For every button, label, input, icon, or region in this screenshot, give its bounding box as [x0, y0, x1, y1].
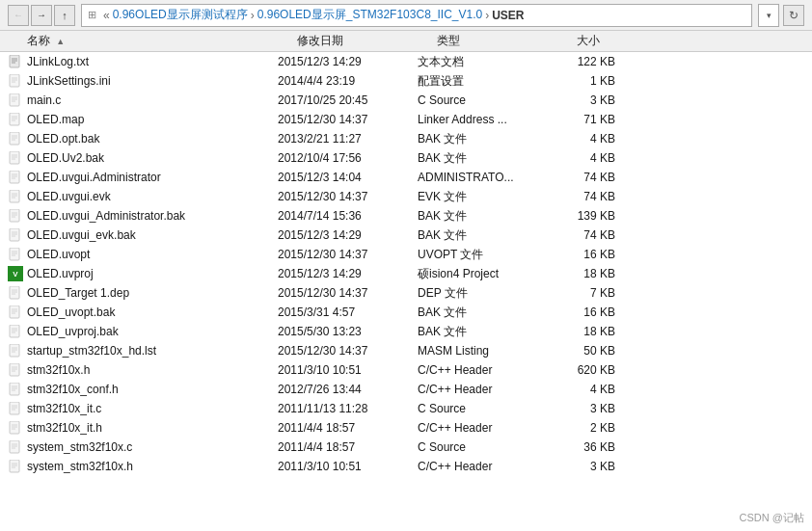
file-size: 620 KB [557, 363, 635, 377]
table-row[interactable]: stm32f10x_it.c2011/11/13 11:28C Source3 … [0, 399, 812, 418]
table-row[interactable]: OLED.opt.bak2013/2/21 11:27BAK 文件4 KB [0, 129, 812, 148]
breadcrumb[interactable]: ⊞ « 0.96OLED显示屏测试程序 › 0.96OLED显示屏_STM32F… [81, 4, 752, 27]
table-row[interactable]: OLED.uvgui.evk2015/12/30 14:37EVK 文件74 K… [0, 187, 812, 206]
svg-rect-24 [10, 171, 19, 183]
file-size: 4 KB [557, 383, 635, 396]
file-type: C Source [418, 402, 557, 415]
svg-rect-48 [10, 305, 19, 318]
breadcrumb-dropdown-button[interactable]: ▾ [758, 4, 779, 27]
svg-rect-8 [10, 93, 19, 106]
file-type: DEP 文件 [418, 285, 557, 302]
table-row[interactable]: OLED.uvgui_Administrator.bak2014/7/14 15… [0, 206, 812, 226]
svg-rect-80 [10, 460, 19, 472]
file-date: 2015/12/30 14:37 [278, 190, 418, 203]
file-date: 2012/10/4 17:56 [278, 151, 418, 165]
back-button[interactable]: ← [8, 5, 29, 26]
table-row[interactable]: JLinkSettings.ini2014/4/4 23:19配置设置1 KB [0, 71, 812, 91]
svg-rect-16 [10, 132, 19, 145]
file-type: C/C++ Header [418, 383, 557, 396]
file-type: Linker Address ... [418, 113, 557, 126]
file-icon [8, 227, 23, 243]
table-row[interactable]: system_stm32f10x.h2011/3/10 10:51C/C++ H… [0, 457, 812, 476]
titlebar: ← → ↑ ⊞ « 0.96OLED显示屏测试程序 › 0.96OLED显示屏_… [0, 0, 812, 31]
svg-rect-56 [10, 344, 19, 357]
file-name: stm32f10x_conf.h [27, 383, 278, 396]
file-type: UVOPT 文件 [418, 247, 557, 263]
file-icon [8, 459, 23, 474]
file-date: 2011/3/10 10:51 [278, 363, 418, 377]
file-name: OLED.Uv2.bak [27, 151, 278, 165]
file-name: stm32f10x.h [27, 363, 278, 377]
file-name: OLED.uvgui.evk [27, 190, 278, 203]
table-row[interactable]: stm32f10x.h2011/3/10 10:51C/C++ Header62… [0, 360, 812, 380]
file-date: 2015/12/3 14:29 [278, 267, 418, 280]
svg-rect-72 [10, 421, 19, 434]
svg-rect-64 [10, 383, 19, 395]
svg-rect-4 [10, 74, 19, 87]
svg-rect-28 [10, 190, 19, 202]
file-icon [8, 343, 23, 358]
col-header-type[interactable]: 类型 [437, 33, 577, 49]
svg-rect-32 [10, 209, 19, 222]
col-header-name[interactable]: 名称 ▲ [27, 33, 297, 49]
file-size: 7 KB [557, 286, 635, 300]
table-row[interactable]: OLED_Target 1.dep2015/12/30 14:37DEP 文件7… [0, 283, 812, 303]
file-date: 2015/12/3 14:04 [278, 171, 418, 184]
file-type: BAK 文件 [418, 324, 557, 340]
file-type: 硕ision4 Project [418, 266, 557, 282]
breadcrumb-part-2[interactable]: 0.96OLED显示屏_STM32F103C8_IIC_V1.0 [257, 7, 482, 23]
file-icon [8, 112, 23, 127]
file-name: system_stm32f10x.c [27, 440, 278, 454]
file-date: 2011/4/4 18:57 [278, 421, 418, 435]
file-type: EVK 文件 [418, 189, 557, 205]
file-list: JLinkLog.txt2015/12/3 14:29文本文档122 KBJLi… [0, 52, 812, 531]
file-type: C Source [418, 440, 557, 454]
file-date: 2015/12/3 14:29 [278, 228, 418, 242]
file-name: OLED.uvopt [27, 248, 278, 261]
file-date: 2015/12/30 14:37 [278, 248, 418, 261]
table-row[interactable]: VOLED.uvproj2015/12/3 14:29硕ision4 Proje… [0, 264, 812, 283]
file-type: BAK 文件 [418, 208, 557, 225]
table-row[interactable]: main.c2017/10/25 20:45C Source3 KB [0, 91, 812, 110]
file-name: OLED.uvgui_Administrator.bak [27, 209, 278, 223]
table-row[interactable]: OLED_uvproj.bak2015/5/30 13:23BAK 文件18 K… [0, 322, 812, 341]
svg-rect-36 [10, 228, 19, 241]
file-type: 配置设置 [418, 73, 557, 90]
table-row[interactable]: OLED.uvgui.Administrator2015/12/3 14:04A… [0, 168, 812, 187]
file-date: 2014/4/4 23:19 [278, 74, 418, 88]
breadcrumb-part-1[interactable]: 0.96OLED显示屏测试程序 [113, 7, 248, 23]
table-row[interactable]: OLED.uvgui_evk.bak2015/12/3 14:29BAK 文件7… [0, 226, 812, 245]
file-size: 3 KB [557, 93, 635, 107]
file-size: 36 KB [557, 440, 635, 454]
up-button[interactable]: ↑ [54, 5, 75, 26]
file-size: 139 KB [557, 209, 635, 223]
table-row[interactable]: OLED.uvopt2015/12/30 14:37UVOPT 文件16 KB [0, 245, 812, 264]
table-row[interactable]: JLinkLog.txt2015/12/3 14:29文本文档122 KB [0, 52, 812, 71]
file-name: stm32f10x_it.h [27, 421, 278, 435]
file-size: 4 KB [557, 151, 635, 165]
file-name: OLED_uvopt.bak [27, 305, 278, 319]
breadcrumb-part-3[interactable]: USER [492, 9, 524, 22]
table-row[interactable]: system_stm32f10x.c2011/4/4 18:57C Source… [0, 438, 812, 457]
file-icon [8, 93, 23, 108]
file-date: 2013/2/21 11:27 [278, 132, 418, 146]
file-icon [8, 189, 23, 204]
file-icon [8, 401, 23, 416]
col-header-size[interactable]: 大小 [577, 33, 654, 49]
forward-button[interactable]: → [31, 5, 52, 26]
file-date: 2015/3/31 4:57 [278, 305, 418, 319]
table-row[interactable]: stm32f10x_it.h2011/4/4 18:57C/C++ Header… [0, 418, 812, 438]
table-row[interactable]: OLED.Uv2.bak2012/10/4 17:56BAK 文件4 KB [0, 148, 812, 168]
refresh-button[interactable]: ↻ [783, 5, 804, 26]
column-header-row: 名称 ▲ 修改日期 类型 大小 [0, 31, 812, 52]
col-header-date[interactable]: 修改日期 [297, 33, 437, 49]
svg-rect-20 [10, 151, 19, 164]
table-row[interactable]: stm32f10x_conf.h2012/7/26 13:44C/C++ Hea… [0, 380, 812, 399]
file-icon [8, 382, 23, 397]
table-row[interactable]: startup_stm32f10x_hd.lst2015/12/30 14:37… [0, 341, 812, 360]
table-row[interactable]: OLED_uvopt.bak2015/3/31 4:57BAK 文件16 KB [0, 303, 812, 322]
file-name: stm32f10x_it.c [27, 402, 278, 415]
file-name: startup_stm32f10x_hd.lst [27, 344, 278, 358]
table-row[interactable]: OLED.map2015/12/30 14:37Linker Address .… [0, 110, 812, 129]
file-type: C/C++ Header [418, 460, 557, 473]
